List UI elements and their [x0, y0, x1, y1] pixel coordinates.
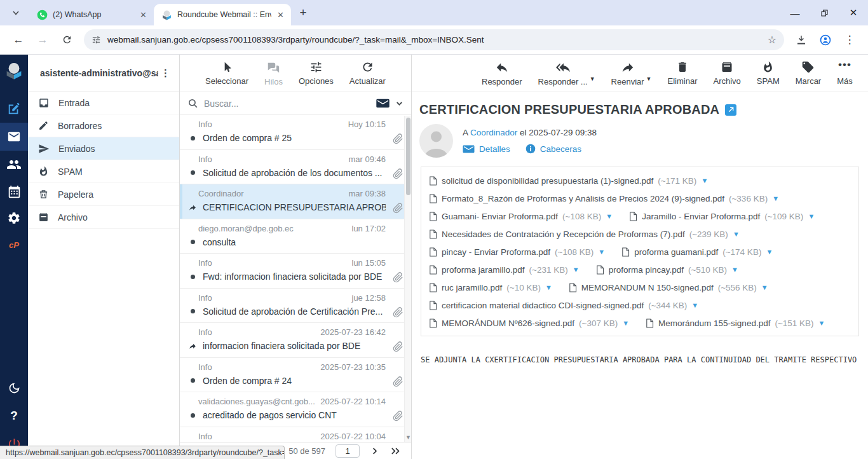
window-restore-button[interactable]	[810, 0, 839, 25]
settings-nav-button[interactable]	[0, 205, 28, 231]
attachment-menu-caret[interactable]: ▼	[573, 266, 580, 273]
reload-button[interactable]	[57, 30, 77, 50]
message-list-item[interactable]: Coordinador mar 09:38 CERTIFICACION PRES…	[180, 184, 411, 219]
reply-all-button[interactable]: Responder ...	[538, 60, 588, 86]
bookmark-star-icon[interactable]: ☆	[768, 34, 776, 46]
headers-link[interactable]: Cabeceras	[540, 144, 581, 154]
attachment-menu-caret[interactable]: ▼	[761, 284, 768, 291]
sidebar-item-archivo[interactable]: Archivo	[28, 206, 179, 229]
attachment-icon	[393, 376, 403, 387]
attachment-menu-caret[interactable]: ▼	[808, 212, 815, 220]
profile-button[interactable]	[815, 30, 836, 50]
attachment-item[interactable]: pincay - Enviar Proforma.pdf (~108 KB) ▼	[429, 247, 605, 257]
details-link[interactable]: Detalles	[479, 144, 510, 154]
attachment-item[interactable]: Necesidades de Contratación y Recepción …	[429, 230, 740, 239]
attachment-menu-caret[interactable]: ▼	[733, 230, 740, 238]
options-button[interactable]: Opciones	[299, 60, 334, 86]
cpanel-link[interactable]: cP	[0, 232, 28, 257]
attachment-item[interactable]: proforma pincay.pdf (~510 KB) ▼	[596, 265, 738, 275]
attachment-menu-caret[interactable]: ▼	[622, 319, 629, 327]
recipient-link[interactable]: Coordinador	[470, 128, 517, 137]
attachment-menu-caret[interactable]: ▼	[598, 248, 605, 256]
message-list-item[interactable]: Info 2025-07-23 10:35 Orden de compra # …	[180, 358, 411, 393]
downloads-button[interactable]	[791, 30, 811, 50]
search-scope-icon[interactable]	[376, 98, 390, 109]
attachment-item[interactable]: Formato_8_Razón de Proformas y Análisis …	[429, 194, 779, 203]
reply-all-caret-icon[interactable]: ▼	[590, 76, 595, 82]
sidebar-item-enviados[interactable]: Enviados	[28, 137, 179, 160]
help-button[interactable]: ?	[0, 403, 28, 428]
sidebar-item-borradores[interactable]: Borradores	[28, 114, 179, 137]
tab-search-button[interactable]	[6, 4, 25, 22]
mark-button[interactable]: Marcar	[796, 60, 821, 86]
tab-roundcube[interactable]: Roundcube Webmail :: Enviado ✕	[154, 4, 291, 25]
window-close-button[interactable]: ✕	[839, 0, 868, 25]
tab-close-icon[interactable]: ✕	[138, 10, 149, 20]
message-list-item[interactable]: Info 2025-07-22 10:04	[180, 427, 411, 442]
scrollbar-thumb[interactable]	[406, 118, 410, 195]
sidebar-item-entrada[interactable]: Entrada	[28, 92, 179, 114]
attachment-menu-caret[interactable]: ▼	[772, 195, 779, 202]
back-button[interactable]: ←	[8, 30, 29, 50]
message-list-item[interactable]: Info lun 15:05 Fwd: informacion finacier…	[180, 254, 411, 289]
attachment-item[interactable]: Jaramillo - Enviar Proforma.pdf (~109 KB…	[629, 212, 815, 221]
sidebar-item-papelera[interactable]: Papelera	[28, 183, 179, 206]
reply-button[interactable]: Responder	[482, 60, 522, 86]
attachment-item[interactable]: proforma guamani.pdf (~174 KB) ▼	[621, 247, 773, 257]
compose-button[interactable]	[0, 96, 28, 121]
url-bar[interactable]: webmail.sanjuan.gob.ec/cpsess7001108393/…	[84, 29, 784, 50]
message-list-item[interactable]: Info Hoy 10:15 Orden de compra # 25	[180, 115, 411, 150]
attachment-item[interactable]: Memorándum 155-signed.pdf (~151 KB) ▼	[646, 319, 825, 328]
select-button[interactable]: Seleccionar	[205, 61, 248, 86]
more-button[interactable]: ••• Más	[837, 60, 853, 86]
contacts-nav-button[interactable]	[0, 152, 28, 177]
attachment-item[interactable]: Guamani- Enviar Proforma.pdf (~108 KB) ▼	[429, 212, 613, 221]
last-page-icon[interactable]	[390, 446, 402, 456]
scrollbar-down-arrow[interactable]: ▼	[405, 434, 411, 441]
attachment-item[interactable]: MEMORANDUM N 150-signed.pdf (~556 KB) ▼	[569, 283, 768, 292]
attachment-menu-caret[interactable]: ▼	[818, 319, 825, 327]
attachment-menu-caret[interactable]: ▼	[691, 301, 698, 309]
archive-button[interactable]: Archivo	[714, 60, 741, 86]
sidebar-item-spam[interactable]: SPAM	[28, 160, 179, 183]
browser-menu-button[interactable]: ⋮	[839, 30, 860, 50]
account-menu-button[interactable]: ⋮	[158, 67, 173, 79]
new-tab-button[interactable]: +	[294, 3, 313, 22]
search-input[interactable]	[204, 99, 370, 109]
tab-close-icon[interactable]: ✕	[275, 10, 286, 20]
attachment-item[interactable]: ruc jaramillo.pdf (~10 KB) ▼	[429, 283, 552, 292]
forward-button[interactable]: →	[32, 30, 53, 50]
tab-whatsapp[interactable]: (2) WhatsApp ✕	[29, 4, 154, 25]
attachment-item[interactable]: solicitud de disponibilidad presupuestar…	[429, 176, 708, 186]
spam-button[interactable]: SPAM	[757, 60, 780, 86]
forward-caret-icon[interactable]: ▼	[646, 76, 652, 82]
attachment-menu-caret[interactable]: ▼	[701, 177, 708, 184]
attachment-item[interactable]: certificacion material didactico CDI-sig…	[429, 301, 698, 310]
attachment-item[interactable]: proforma jaramillo.pdf (~231 KB) ▼	[429, 265, 580, 275]
message-list-item[interactable]: validaciones.guayas@cnt.gob... 2025-07-2…	[180, 392, 411, 427]
attachment-row: MEMORÁNDUM Nº626-signed.pdf (~307 KB) ▼ …	[429, 314, 851, 332]
list-scrollbar[interactable]: ▼	[404, 116, 411, 442]
attachment-menu-caret[interactable]: ▼	[731, 266, 738, 273]
window-minimize-button[interactable]: —	[780, 0, 810, 25]
attachment-item[interactable]: MEMORÁNDUM Nº626-signed.pdf (~307 KB) ▼	[429, 319, 629, 328]
calendar-nav-button[interactable]	[0, 179, 28, 204]
attachment-menu-caret[interactable]: ▼	[606, 212, 613, 220]
dark-mode-button[interactable]	[0, 375, 28, 401]
mail-nav-button[interactable]	[0, 123, 28, 151]
page-input[interactable]: 1	[336, 444, 360, 458]
message-list-item[interactable]: Info jue 12:58 Solicitud de aprobación d…	[180, 289, 411, 324]
forward-button[interactable]: Reenviar	[611, 60, 644, 86]
message-list-item[interactable]: diego.moran@dpe.gob.ec lun 17:02 consult…	[180, 219, 411, 254]
search-options-caret-icon[interactable]	[395, 99, 403, 107]
attachment-menu-caret[interactable]: ▼	[766, 248, 773, 256]
attachment-menu-caret[interactable]: ▼	[545, 284, 552, 291]
refresh-button[interactable]: Actualizar	[349, 60, 386, 86]
next-page-icon[interactable]	[370, 446, 379, 456]
open-in-new-window-button[interactable]	[725, 104, 736, 116]
site-controls-icon[interactable]	[92, 35, 101, 45]
message-list-item[interactable]: Info mar 09:46 Solicitud de aprobación d…	[180, 150, 411, 185]
message-list-item[interactable]: Info 2025-07-23 16:42 informacion finaci…	[180, 323, 411, 358]
delete-button[interactable]: Eliminar	[668, 60, 698, 86]
threads-button[interactable]: Hilos	[264, 60, 283, 86]
